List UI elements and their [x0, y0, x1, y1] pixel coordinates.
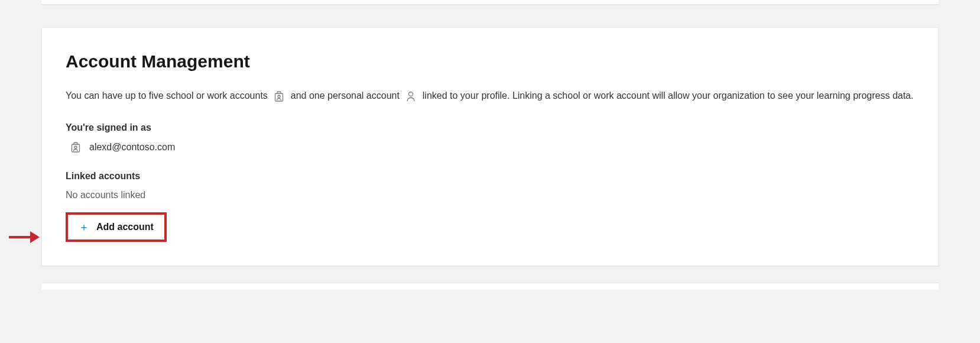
- svg-point-4: [74, 146, 77, 148]
- description-text-3: linked to your profile. Linking a school…: [423, 90, 914, 101]
- description-text-2: and one personal account: [291, 90, 400, 101]
- work-account-icon: [70, 141, 81, 153]
- no-accounts-linked-text: No accounts linked: [66, 190, 914, 200]
- previous-card-edge: [41, 0, 939, 5]
- linked-accounts-heading: Linked accounts: [66, 171, 914, 182]
- add-account-highlight-box: ＋ Add account: [66, 212, 167, 242]
- account-management-card: Account Management You can have up to fi…: [41, 27, 939, 266]
- signed-in-heading: You're signed in as: [66, 122, 914, 133]
- arrow-line: [9, 236, 30, 238]
- section-description: You can have up to five school or work a…: [66, 87, 914, 105]
- plus-icon: ＋: [79, 222, 89, 232]
- add-account-button[interactable]: ＋ Add account: [69, 216, 163, 238]
- description-text-1: You can have up to five school or work a…: [66, 90, 268, 101]
- add-account-label: Add account: [96, 222, 154, 232]
- signed-in-email: alexd@contoso.com: [89, 142, 175, 153]
- signed-in-account-row: alexd@contoso.com: [70, 141, 914, 153]
- section-title: Account Management: [66, 51, 914, 72]
- person-icon: [405, 90, 416, 102]
- arrow-annotation: [9, 231, 40, 243]
- next-card-edge: [41, 283, 939, 290]
- arrow-head-icon: [30, 231, 40, 243]
- svg-point-1: [278, 95, 280, 98]
- svg-point-2: [409, 92, 413, 96]
- work-account-icon: [274, 90, 284, 102]
